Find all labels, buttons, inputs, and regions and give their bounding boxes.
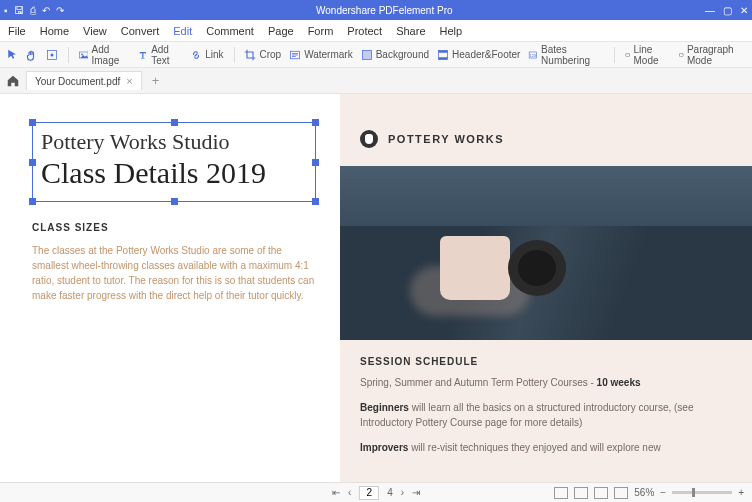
add-image-button[interactable]: Add Image: [79, 44, 131, 66]
redo-icon[interactable]: ↷: [56, 5, 64, 16]
class-sizes-body: The classes at the Pottery Works Studio …: [32, 243, 316, 303]
edit-toolbar: Add Image Add Text Link Crop Watermark B…: [0, 42, 752, 68]
brand-header: POTTERY WORKS: [340, 130, 752, 148]
resize-handle[interactable]: [171, 119, 178, 126]
hero-image: [340, 166, 752, 340]
menu-home[interactable]: Home: [40, 25, 69, 37]
view-continuous-icon[interactable]: [574, 487, 588, 499]
add-tab-button[interactable]: +: [148, 73, 164, 88]
tab-label: Your Document.pdf: [35, 76, 120, 87]
view-two-page-icon[interactable]: [594, 487, 608, 499]
menu-edit[interactable]: Edit: [173, 25, 192, 37]
svg-rect-8: [439, 50, 448, 52]
svg-point-3: [81, 53, 83, 55]
watermark-button[interactable]: Watermark: [289, 49, 353, 61]
selected-text-box[interactable]: Pottery Works Studio Class Details 2019: [32, 122, 316, 202]
view-two-continuous-icon[interactable]: [614, 487, 628, 499]
class-sizes-heading: CLASS SIZES: [32, 222, 316, 233]
next-page-icon[interactable]: ›: [401, 487, 404, 498]
document-tab[interactable]: Your Document.pdf ×: [26, 71, 142, 90]
home-icon[interactable]: [6, 74, 20, 88]
title-bar: ▪ 🖫 ⎙ ↶ ↷ Wondershare PDFelement Pro — ▢…: [0, 0, 752, 20]
resize-handle[interactable]: [29, 198, 36, 205]
menu-share[interactable]: Share: [396, 25, 425, 37]
add-text-button[interactable]: Add Text: [138, 44, 182, 66]
status-bar: ⇤ ‹ 4 › ⇥ 56% − +: [0, 482, 752, 502]
separator: [614, 47, 615, 63]
menu-bar: File Home View Convert Edit Comment Page…: [0, 20, 752, 42]
close-window-icon[interactable]: ✕: [740, 5, 748, 16]
menu-page[interactable]: Page: [268, 25, 294, 37]
page-total: 4: [387, 487, 393, 498]
separator: [234, 47, 235, 63]
session-heading: SESSION SCHEDULE: [360, 356, 732, 367]
document-tab-bar: Your Document.pdf × +: [0, 68, 752, 94]
close-tab-icon[interactable]: ×: [126, 75, 132, 87]
link-button[interactable]: Link: [190, 49, 223, 61]
svg-point-1: [51, 53, 54, 56]
resize-handle[interactable]: [171, 198, 178, 205]
last-page-icon[interactable]: ⇥: [412, 487, 420, 498]
session-schedule: SESSION SCHEDULE Spring, Summer and Autu…: [340, 340, 752, 455]
print-icon[interactable]: ⎙: [30, 5, 36, 16]
first-page-icon[interactable]: ⇤: [332, 487, 340, 498]
menu-view[interactable]: View: [83, 25, 107, 37]
app-logo-icon: ▪: [4, 5, 8, 16]
resize-handle[interactable]: [312, 198, 319, 205]
zoom-slider[interactable]: [672, 491, 732, 494]
select-tool[interactable]: [6, 49, 18, 61]
view-single-icon[interactable]: [554, 487, 568, 499]
brand-logo-icon: [360, 130, 378, 148]
session-intro: Spring, Summer and Autumn Term Pottery C…: [360, 375, 732, 390]
page-right: POTTERY WORKS SESSION SCHEDULE Spring, S…: [340, 94, 752, 482]
menu-protect[interactable]: Protect: [347, 25, 382, 37]
maximize-icon[interactable]: ▢: [723, 5, 732, 16]
app-title: Wondershare PDFelement Pro: [64, 5, 705, 16]
menu-file[interactable]: File: [8, 25, 26, 37]
resize-handle[interactable]: [29, 119, 36, 126]
beginners-line: Beginners will learn all the basics on a…: [360, 400, 732, 430]
brand-name: POTTERY WORKS: [388, 133, 504, 145]
separator: [68, 47, 69, 63]
resize-handle[interactable]: [312, 159, 319, 166]
svg-text:123: 123: [530, 53, 536, 57]
hand-tool[interactable]: [26, 49, 38, 61]
menu-convert[interactable]: Convert: [121, 25, 160, 37]
background-button[interactable]: Background: [361, 49, 429, 61]
menu-help[interactable]: Help: [440, 25, 463, 37]
page-navigator: ⇤ ‹ 4 › ⇥: [332, 486, 420, 500]
svg-rect-9: [439, 57, 448, 59]
improvers-line: Improvers will re-visit techniques they …: [360, 440, 732, 455]
menu-comment[interactable]: Comment: [206, 25, 254, 37]
bates-numbering-button[interactable]: 123Bates Numbering: [528, 44, 603, 66]
resize-handle[interactable]: [29, 159, 36, 166]
resize-handle[interactable]: [312, 119, 319, 126]
quick-access-toolbar: ▪ 🖫 ⎙ ↶ ↷: [4, 5, 64, 16]
window-controls: — ▢ ✕: [705, 5, 748, 16]
doc-title-line1[interactable]: Pottery Works Studio: [41, 129, 307, 155]
zoom-level: 56%: [634, 487, 654, 498]
svg-rect-5: [362, 50, 371, 59]
menu-form[interactable]: Form: [308, 25, 334, 37]
undo-icon[interactable]: ↶: [42, 5, 50, 16]
doc-title-line2[interactable]: Class Details 2019: [41, 155, 307, 191]
zoom-out-icon[interactable]: −: [660, 487, 666, 498]
paragraph-mode-radio[interactable]: ○ Paragraph Mode: [678, 44, 746, 66]
save-icon[interactable]: 🖫: [14, 5, 24, 16]
header-footer-button[interactable]: Header&Footer: [437, 49, 520, 61]
minimize-icon[interactable]: —: [705, 5, 715, 16]
zoom-in-icon[interactable]: +: [738, 487, 744, 498]
page-left: Pottery Works Studio Class Details 2019 …: [0, 94, 340, 482]
crop-button[interactable]: Crop: [244, 49, 281, 61]
page-number-input[interactable]: [359, 486, 379, 500]
prev-page-icon[interactable]: ‹: [348, 487, 351, 498]
line-mode-radio[interactable]: ○ Line Mode: [624, 44, 669, 66]
document-canvas[interactable]: Pottery Works Studio Class Details 2019 …: [0, 94, 752, 482]
edit-object-tool[interactable]: [46, 49, 58, 61]
